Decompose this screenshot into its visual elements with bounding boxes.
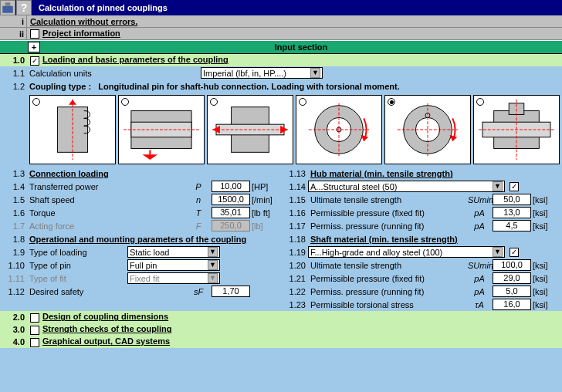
hub-material-checkbox[interactable] bbox=[510, 182, 519, 191]
section-3-header[interactable]: 3.0 Strength checks of the coupling bbox=[0, 323, 562, 336]
param-unit: [/min] bbox=[252, 195, 281, 204]
param-value[interactable]: 16,0 bbox=[493, 299, 531, 310]
section-index: 1.0 bbox=[0, 56, 27, 65]
section-2-checkbox[interactable] bbox=[30, 313, 39, 323]
coupling-type-diagrams bbox=[0, 93, 562, 167]
status-row-ii: ii Project information bbox=[0, 28, 562, 40]
row-coupling-type: 1.2 Coupling type : Longitudinal pin for… bbox=[0, 79, 562, 93]
param-select[interactable]: Static load▼ bbox=[127, 246, 220, 258]
header-label: Shaft material (min. tensile strength) bbox=[308, 235, 562, 244]
section-1-title: Loading and basic parameters of the coup… bbox=[42, 55, 229, 64]
header-shaft-material: 1.18 Shaft material (min. tensile streng… bbox=[281, 232, 562, 245]
row-index: 1.13 bbox=[281, 169, 308, 178]
coupling-diagram-3[interactable] bbox=[207, 95, 293, 164]
param-unit: [ksi] bbox=[533, 195, 562, 204]
row-index: 1.6 bbox=[0, 208, 27, 218]
param-label: Type of loading bbox=[27, 248, 127, 257]
hub-material-select[interactable]: A...Structural steel (50)▼ bbox=[308, 181, 505, 192]
param-select[interactable]: Fixed fit▼ bbox=[127, 272, 220, 284]
shaft-material-select[interactable]: F...High-grade and alloy steel (100)▼ bbox=[308, 246, 505, 258]
calc-units-select[interactable]: Imperial (lbf, in, HP....)▼ bbox=[201, 67, 323, 79]
param-value[interactable]: 35,01 bbox=[212, 207, 250, 218]
param-row: 1.21 Permissible pressure (fixed fit) pA… bbox=[281, 272, 562, 285]
app-icon[interactable] bbox=[0, 0, 15, 15]
header-hub-material: 1.13 Hub material (min. tensile strength… bbox=[281, 167, 562, 180]
param-unit: [ksi] bbox=[533, 300, 562, 309]
section-2-title: Design of coupling dimensions bbox=[42, 312, 168, 321]
row-index: 1.15 bbox=[281, 195, 308, 204]
param-unit: [ksi] bbox=[533, 287, 562, 296]
coupling-diagram-6[interactable] bbox=[473, 95, 560, 164]
param-label: Permissible pressure (fixed fit) bbox=[308, 208, 468, 218]
param-value[interactable]: 1,70 bbox=[212, 286, 250, 297]
param-label: Shaft speed bbox=[27, 195, 187, 204]
expand-button[interactable]: + bbox=[28, 42, 40, 52]
radio-icon bbox=[476, 98, 484, 106]
row-index: 1.20 bbox=[281, 261, 308, 270]
section-3-checkbox[interactable] bbox=[30, 326, 39, 335]
param-row: 1.22 Permiss. pressure (running fit) pA … bbox=[281, 285, 562, 298]
param-value[interactable]: 1500,0 bbox=[212, 194, 250, 205]
param-value[interactable]: 29,0 bbox=[493, 272, 531, 284]
row-shaft-material-select: 1.19 F...High-grade and alloy steel (100… bbox=[281, 245, 562, 259]
param-row: 1.20 Ultimate tensile strength SUmin 100… bbox=[281, 259, 562, 272]
header-label: Connection loading bbox=[27, 169, 281, 178]
param-row: 1.15 Ultimate tensile strength SUmin 50,… bbox=[281, 193, 562, 206]
param-value: 250,0 bbox=[212, 220, 250, 231]
param-value[interactable]: 4,5 bbox=[493, 220, 531, 231]
section-4-header[interactable]: 4.0 Graphical output, CAD systems bbox=[0, 336, 562, 348]
svg-rect-1 bbox=[5, 2, 11, 6]
row-index: 1.21 bbox=[281, 274, 308, 283]
param-row: 1.7 Acting force F 250,0 [lb] bbox=[0, 219, 281, 232]
section-1-header: 1.0 Loading and basic parameters of the … bbox=[0, 54, 562, 66]
radio-icon bbox=[32, 98, 40, 106]
row-index: 1.23 bbox=[281, 300, 308, 309]
param-unit: [lb] bbox=[252, 221, 281, 231]
chevron-down-icon: ▼ bbox=[208, 247, 218, 257]
coupling-diagram-4[interactable] bbox=[296, 95, 382, 164]
param-symbol: P bbox=[187, 182, 210, 191]
coupling-type-label: Coupling type : bbox=[29, 82, 91, 91]
help-icon[interactable]: ? bbox=[16, 0, 32, 15]
row-index: 1.9 bbox=[0, 248, 27, 257]
param-row: 1.9 Type of loading Static load▼ bbox=[0, 245, 281, 259]
param-label: Permissible torsional stress bbox=[308, 300, 468, 309]
right-column: 1.13 Hub material (min. tensile strength… bbox=[281, 167, 562, 311]
radio-icon bbox=[388, 98, 395, 106]
chevron-down-icon: ▼ bbox=[493, 247, 503, 257]
status-text: Calculation without errors. bbox=[27, 17, 562, 26]
row-index: 1.2 bbox=[0, 82, 27, 91]
param-label: Permissible pressure (fixed fit) bbox=[308, 274, 468, 283]
header-label: Operational and mounting parameters of t… bbox=[27, 235, 281, 244]
param-row: 1.12 Desired safety sF 1,70 bbox=[0, 285, 281, 298]
param-row: 1.6 Torque T 35,01 [lb ft] bbox=[0, 206, 281, 219]
row-index: 1.5 bbox=[0, 195, 27, 204]
row-index: 1.12 bbox=[0, 287, 27, 296]
param-label: Permiss. pressure (running fit) bbox=[308, 221, 468, 231]
param-symbol: SUmin bbox=[468, 261, 491, 270]
param-symbol: pA bbox=[468, 274, 491, 283]
row-index: 1.4 bbox=[0, 182, 27, 191]
param-symbol: pA bbox=[468, 208, 491, 218]
section-4-checkbox[interactable] bbox=[30, 338, 39, 347]
param-select[interactable]: Full pin▼ bbox=[127, 259, 220, 271]
section-index: 3.0 bbox=[0, 325, 27, 334]
coupling-diagram-1[interactable] bbox=[29, 95, 116, 164]
param-label: Torque bbox=[27, 208, 187, 218]
param-value[interactable]: 13,0 bbox=[493, 207, 531, 218]
param-value[interactable]: 10,00 bbox=[212, 181, 250, 192]
param-label: Ultimate tensile strength bbox=[308, 195, 468, 204]
section-1-checkbox[interactable] bbox=[30, 56, 39, 66]
row-calc-units: 1.1 Calculation units Imperial (lbf, in,… bbox=[0, 66, 562, 79]
param-label: Desired safety bbox=[27, 287, 187, 296]
param-value[interactable]: 5,0 bbox=[493, 286, 531, 297]
project-info-checkbox[interactable] bbox=[30, 29, 39, 39]
param-value[interactable]: 50,0 bbox=[493, 194, 531, 205]
row-index: 1.19 bbox=[281, 248, 308, 257]
row-index: 1.8 bbox=[0, 235, 27, 244]
param-value[interactable]: 100,0 bbox=[493, 259, 531, 271]
section-2-header[interactable]: 2.0 Design of coupling dimensions bbox=[0, 311, 562, 323]
shaft-material-checkbox[interactable] bbox=[510, 248, 519, 257]
coupling-diagram-5[interactable] bbox=[384, 95, 471, 164]
coupling-diagram-2[interactable] bbox=[118, 95, 205, 164]
